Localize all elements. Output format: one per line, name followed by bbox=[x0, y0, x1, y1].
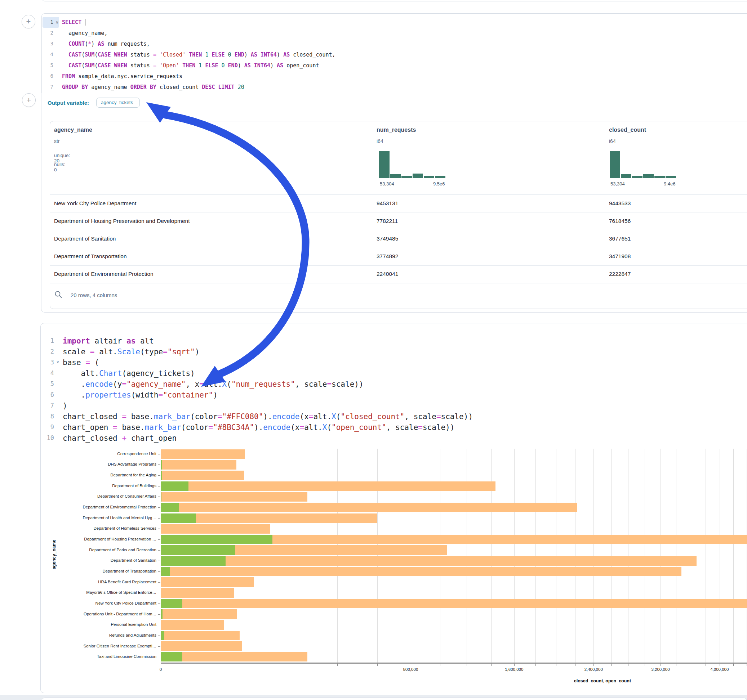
code-token bbox=[156, 62, 160, 69]
chart-x-tick bbox=[556, 664, 556, 666]
chart-x-tick bbox=[575, 664, 576, 666]
code-token: Scale bbox=[118, 347, 140, 356]
code-token: ) bbox=[91, 41, 98, 47]
chart-y-label: Personal Exemption Unit bbox=[47, 622, 156, 626]
column-header-name[interactable]: closed_count bbox=[609, 127, 646, 133]
previous-cell-edge bbox=[41, 0, 747, 2]
output-variable-input[interactable]: agency_tickets bbox=[96, 98, 140, 108]
chart-gridline bbox=[491, 449, 491, 662]
code-token: "container" bbox=[163, 391, 213, 399]
code-token bbox=[186, 51, 189, 58]
code-token: ORDER BY bbox=[130, 84, 156, 91]
table-cell-value[interactable]: 9443533 bbox=[609, 200, 631, 207]
fold-chevron-icon[interactable]: ∨ bbox=[56, 20, 59, 25]
bar-open_count bbox=[161, 460, 162, 469]
chart-y-tick bbox=[158, 561, 160, 561]
chart-gridline bbox=[706, 449, 706, 662]
chart-x-tick bbox=[440, 664, 440, 666]
chart-y-tick bbox=[158, 465, 160, 465]
code-token: closed_count, bbox=[290, 51, 335, 58]
code-line: ) bbox=[63, 400, 67, 411]
bar-closed_count bbox=[161, 567, 681, 576]
code-token: ) bbox=[195, 347, 200, 356]
code-line: agency_name, bbox=[62, 28, 107, 39]
histogram-max-label: 9.5e6 bbox=[433, 181, 445, 187]
table-cell-agency[interactable]: New York City Police Department bbox=[54, 200, 136, 207]
row-separator bbox=[50, 230, 747, 230]
code-token: = bbox=[122, 380, 127, 389]
table-cell-value[interactable]: 2240041 bbox=[377, 271, 398, 277]
row-separator bbox=[50, 248, 747, 248]
table-cell-value[interactable]: 9453131 bbox=[377, 200, 398, 207]
code-token: scale bbox=[63, 347, 90, 356]
row-separator bbox=[50, 266, 747, 266]
table-cell-value[interactable]: 2222847 bbox=[609, 271, 631, 277]
line-number: 1 bbox=[32, 337, 54, 344]
line-number: 5 bbox=[32, 62, 53, 68]
code-line: CAST(SUM(CASE WHEN status = 'Closed' THE… bbox=[62, 49, 336, 60]
bar-closed_count bbox=[161, 460, 236, 469]
code-token bbox=[179, 62, 182, 69]
code-token: ( bbox=[85, 41, 88, 47]
text-cursor bbox=[85, 19, 85, 26]
table-cell-value[interactable]: 7782211 bbox=[377, 218, 398, 224]
code-token: status bbox=[127, 51, 153, 58]
column-stat: nulls: 0 bbox=[54, 162, 66, 172]
table-cell-agency[interactable]: Department of Transportation bbox=[54, 253, 127, 259]
code-token bbox=[156, 51, 160, 58]
code-token bbox=[225, 51, 228, 58]
chart-y-tick bbox=[158, 625, 160, 625]
code-token: SUM bbox=[85, 62, 94, 69]
chart-x-tick bbox=[535, 664, 536, 666]
code-token bbox=[195, 62, 198, 69]
code-token: scale)) bbox=[423, 423, 455, 432]
add-cell-button-output[interactable]: + bbox=[22, 93, 36, 107]
search-icon[interactable] bbox=[54, 290, 63, 299]
code-token: (color bbox=[190, 412, 218, 421]
code-token: = bbox=[113, 423, 118, 432]
code-token: chart_open bbox=[63, 423, 113, 432]
output-variable-label: Output variable: bbox=[48, 100, 89, 106]
code-token: (y bbox=[113, 380, 122, 389]
table-cell-value[interactable]: 3677651 bbox=[609, 235, 631, 242]
bar-open_count bbox=[161, 535, 272, 545]
code-token: ( bbox=[94, 62, 98, 69]
table-cell-value[interactable]: 3774892 bbox=[377, 253, 398, 259]
chart-gridline bbox=[337, 449, 338, 662]
table-cell-value[interactable]: 3471908 bbox=[609, 253, 631, 259]
chart-x-tick bbox=[661, 664, 661, 666]
chart-gridline bbox=[575, 449, 576, 662]
column-header-name[interactable]: agency_name bbox=[54, 127, 92, 133]
table-cell-agency[interactable]: Department of Environmental Protection bbox=[54, 271, 154, 277]
histogram-max-label: 9.4e6 bbox=[664, 181, 676, 187]
histogram-bar bbox=[413, 173, 423, 178]
bar-closed_count bbox=[161, 599, 747, 608]
code-token: 'Open' bbox=[160, 62, 179, 69]
table-cell-value[interactable]: 3749485 bbox=[377, 235, 398, 242]
chart-x-axis-title: closed_count, open_count bbox=[559, 678, 646, 683]
fold-chevron-icon[interactable]: ∨ bbox=[56, 359, 59, 364]
chart-x-tick bbox=[720, 664, 720, 666]
row-separator bbox=[50, 212, 747, 213]
column-header-name[interactable]: num_requests bbox=[377, 127, 416, 133]
code-token: CASE bbox=[98, 51, 110, 58]
chart-x-tick bbox=[161, 664, 161, 666]
chart-x-tick-label: 4,000,000 bbox=[698, 667, 741, 671]
chart-x-tick-label: 3,200,000 bbox=[639, 667, 682, 671]
chart-x-tick bbox=[491, 664, 491, 666]
code-token bbox=[218, 62, 222, 69]
chart-y-tick bbox=[158, 572, 160, 572]
code-token: 20 bbox=[238, 84, 244, 91]
code-token: alt bbox=[136, 337, 154, 345]
chart-x-tick bbox=[467, 664, 467, 666]
row-separator bbox=[50, 195, 747, 195]
code-token: AS bbox=[277, 62, 283, 69]
notebook-screen: + + 1∨SELECT 2 agency_name,3 COUNT(*) AS… bbox=[0, 0, 747, 700]
code-token: import bbox=[63, 337, 90, 345]
chart-gridline bbox=[676, 449, 676, 662]
table-cell-agency[interactable]: Department of Housing Preservation and D… bbox=[54, 218, 190, 224]
bar-open_count bbox=[161, 492, 162, 502]
table-cell-agency[interactable]: Department of Sanitation bbox=[54, 235, 116, 242]
table-cell-value[interactable]: 7618456 bbox=[609, 218, 631, 224]
chart-y-label: Department of Health and Mental Hyg… bbox=[47, 516, 156, 520]
